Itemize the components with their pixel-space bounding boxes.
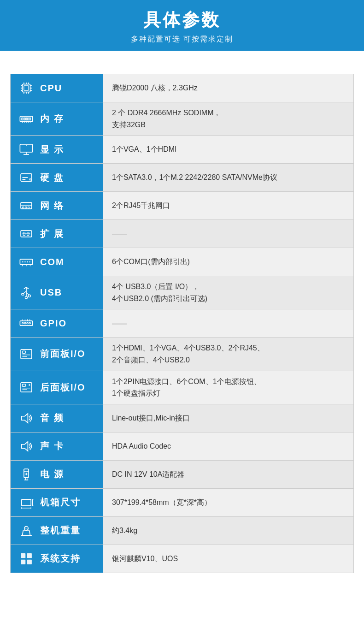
spec-label-network: 网 络 [11,192,103,219]
spec-value-os: 银河麒麟V10、UOS [103,545,353,573]
spec-row-front-io: 前面板I/O1个HDMI、1个VGA、4个USB3.0、2个RJ45、 2个音频… [11,338,353,371]
spec-row-weight: kg 整机重量约3.4kg [11,517,353,545]
spec-label-audio: 音 频 [11,404,103,432]
svg-rect-18 [28,118,29,120]
svg-rect-97 [27,559,32,564]
svg-text:kg: kg [25,527,28,530]
spec-label-text-com: COM [40,257,65,267]
svg-point-60 [29,323,30,324]
spec-value-soundcard: HDA Audio Codec [103,432,353,460]
svg-rect-42 [20,259,32,265]
spec-value-gpio: —— [103,309,353,337]
spec-value-display: 1个VGA、1个HDMI [103,136,353,163]
spec-value-audio: Line-out接口,Mic-in接口 [103,404,353,432]
spec-row-network: 网 络2个RJ45千兆网口 [11,192,353,220]
soundcard-icon [17,437,35,456]
spec-label-hdd: 硬 盘 [11,164,103,191]
spec-value-dimensions: 307*199.4*58mm（宽*深*高） [103,489,353,516]
svg-marker-76 [22,442,28,451]
svg-point-46 [29,261,30,263]
spec-label-text-weight: 整机重量 [40,524,81,537]
dimensions-icon [17,493,35,512]
spec-label-front-io: 前面板I/O [11,338,103,370]
spec-value-memory: 2 个 DDR4 2666MHz SODIMM， 支持32GB [103,102,353,135]
rear-io-icon [17,378,35,397]
spec-row-usb: USB4个 USB3.0（后置 I/O）， 4个USB2.0 (需内部引出可选) [11,276,353,309]
display-icon [17,140,35,159]
svg-rect-36 [25,207,26,208]
spec-label-expansion: 扩 展 [11,220,103,248]
svg-point-45 [27,261,28,263]
svg-rect-0 [23,84,30,92]
hdd-icon [17,168,35,187]
spec-table: CPU腾锐D2000 八核，2.3GHz 内 存2 个 DDR4 2666MHz… [10,74,354,573]
spec-label-text-power: 电 源 [40,468,64,480]
spec-label-weight: kg 整机重量 [11,517,103,545]
svg-point-30 [29,179,31,180]
spec-row-rear-io: 后面板I/O1个2PIN电源接口、6个COM、1个电源按钮、 1个硬盘指示灯 [11,371,353,404]
svg-rect-15 [22,118,23,120]
os-icon [17,550,35,568]
spec-label-text-soundcard: 声 卡 [40,440,64,452]
spec-label-text-usb: USB [40,287,62,298]
spec-label-text-gpio: GPIO [40,318,67,329]
spec-value-network: 2个RJ45千兆网口 [103,192,353,219]
svg-point-57 [22,323,23,324]
svg-rect-37 [28,207,29,208]
usb-icon [17,284,35,302]
svg-marker-75 [22,414,28,423]
spec-value-usb: 4个 USB3.0（后置 I/O）， 4个USB2.0 (需内部引出可选) [103,276,353,309]
page-subtitle: 多种配置可选 可按需求定制 [0,35,364,44]
svg-rect-52 [22,293,24,295]
spec-row-power: 电 源DC IN 12V 10A适配器 [11,461,353,489]
spec-value-expansion: —— [103,220,353,248]
svg-rect-96 [21,559,25,564]
spec-label-text-hdd: 硬 盘 [40,172,64,184]
svg-point-43 [22,261,23,263]
spec-row-audio: 音 频Line-out接口,Mic-in接口 [11,404,353,432]
spec-value-rear-io: 1个2PIN电源接口、6个COM、1个电源按钮、 1个硬盘指示灯 [103,371,353,404]
spec-value-hdd: 1个SATA3.0，1个M.2 2242/2280 SATA/NVMe协议 [103,164,353,191]
spec-label-text-front-io: 前面板I/O [40,348,86,360]
spec-value-power: DC IN 12V 10A适配器 [103,461,353,488]
memory-icon [17,110,35,128]
spacer [0,51,364,74]
spec-label-memory: 内 存 [11,102,103,135]
spec-row-soundcard: 声 卡HDA Audio Codec [11,432,353,461]
page-title: 具体参数 [0,8,364,32]
svg-line-51 [23,291,26,293]
spec-label-text-dimensions: 机箱尺寸 [40,496,81,509]
svg-rect-17 [25,118,27,120]
spec-row-dimensions: 机箱尺寸307*199.4*58mm（宽*深*高） [11,489,353,517]
spec-row-gpio: GPIO—— [11,309,353,338]
expansion-icon [17,225,35,243]
spec-label-soundcard: 声 卡 [11,432,103,460]
svg-point-28 [26,145,27,146]
spec-row-os: 系统支持银河麒麟V10、UOS [11,545,353,573]
spec-value-front-io: 1个HDMI、1个VGA、4个USB3.0、2个RJ45、 2个音频口、4个US… [103,338,353,370]
power-icon [17,465,35,484]
spec-label-text-audio: 音 频 [40,412,64,424]
spec-label-dimensions: 机箱尺寸 [11,489,103,516]
audio-icon [17,409,35,427]
spec-label-usb: USB [11,276,103,309]
spec-row-cpu: CPU腾锐D2000 八核，2.3GHz [11,74,353,102]
spec-label-text-os: 系统支持 [40,552,81,565]
spec-label-cpu: CPU [11,74,103,102]
spec-label-os: 系统支持 [11,545,103,573]
network-icon [17,196,35,215]
spec-row-memory: 内 存2 个 DDR4 2666MHz SODIMM， 支持32GB [11,102,353,136]
spec-label-power: 电 源 [11,461,103,488]
spec-label-text-cpu: CPU [40,83,62,94]
gpio-icon [17,314,35,332]
svg-rect-19 [29,118,31,120]
spec-label-text-network: 网 络 [40,200,64,212]
svg-rect-16 [23,118,25,120]
spec-value-weight: 约3.4kg [103,517,353,545]
spec-label-text-expansion: 扩 展 [40,228,64,240]
spec-label-gpio: GPIO [11,309,103,337]
spec-label-com: COM [11,248,103,276]
spec-value-cpu: 腾锐D2000 八核，2.3GHz [103,74,353,102]
cpu-icon [17,79,35,97]
spec-label-text-memory: 内 存 [40,113,64,125]
